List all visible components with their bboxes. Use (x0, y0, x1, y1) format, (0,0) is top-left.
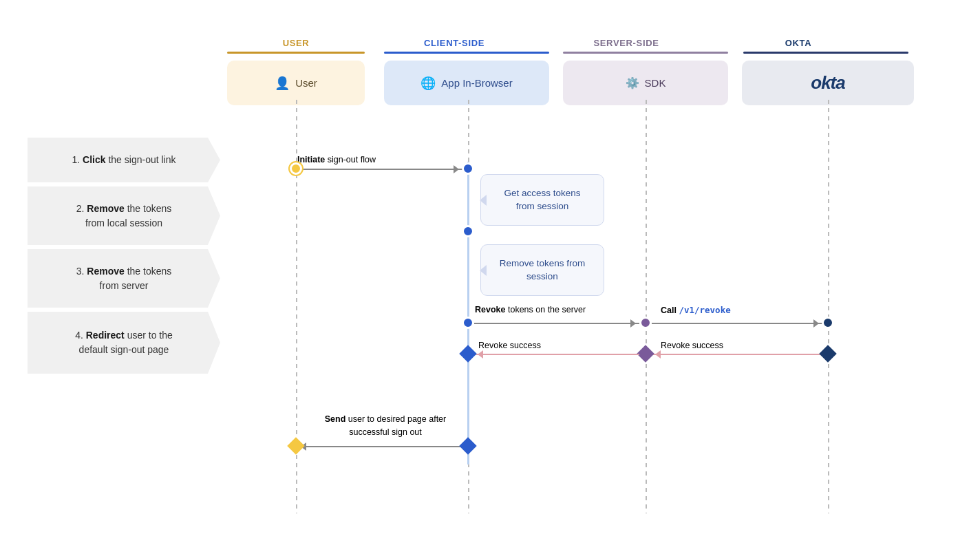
send-user-arrow (297, 446, 462, 447)
okta-actor-label: okta (811, 72, 844, 94)
client-icon: 🌐 (420, 76, 436, 91)
client-initiate-dot (462, 162, 474, 175)
server-actor-box: ⚙️ SDK (563, 61, 728, 105)
client-actor-label: App In-Browser (441, 77, 512, 89)
client-revoke-dot (462, 317, 474, 329)
col-okta-label: OKTA (716, 38, 881, 48)
revoke-success-client-arrow (474, 354, 639, 355)
okta-vline (828, 100, 829, 513)
revoke-success-client-label: Revoke success (478, 341, 541, 350)
user-actor-box: 👤 User (227, 61, 365, 105)
send-user-label: Send user to desired page aftersuccessfu… (303, 413, 468, 439)
client-revoke-diamond (459, 345, 476, 362)
step-4-text: 4. Redirect user to thedefault sign-out … (75, 328, 173, 357)
revoke-success-okta-arrow (652, 354, 822, 355)
client-actor-box: 🌐 App In-Browser (384, 61, 549, 105)
step-2: 2. Remove the tokensfrom local session (28, 186, 220, 245)
remove-tokens-text: Remove tokens fromsession (500, 257, 586, 284)
get-tokens-card: Get access tokensfrom session (480, 174, 604, 226)
client-header-line (384, 52, 549, 54)
initiate-label: Initiate sign-out flow (297, 155, 376, 164)
columns-header: USER CLIENT-SIDE SERVER-SIDE OKTA (227, 38, 957, 48)
server-icon: ⚙️ (626, 76, 639, 89)
client-get-tokens-dot (462, 225, 474, 237)
okta-revoke-diamond (819, 345, 836, 362)
server-revoke-diamond (637, 345, 654, 362)
step-4: 4. Redirect user to thedefault sign-out … (28, 312, 220, 374)
revoke-success-okta-label: Revoke success (661, 341, 723, 350)
server-header-line (563, 52, 728, 54)
revoke-server-arrowhead (630, 319, 640, 328)
server-vline (646, 100, 647, 513)
diagram-container: USER CLIENT-SIDE SERVER-SIDE OKTA 👤 User… (0, 0, 980, 534)
step-3-text: 3. Remove the tokensfrom server (76, 264, 172, 293)
remove-tokens-card: Remove tokens fromsession (480, 244, 604, 296)
get-tokens-text: Get access tokensfrom session (504, 187, 580, 213)
okta-revoke-dot (822, 317, 834, 329)
steps-panel: 1. Click the sign-out link 2. Remove the… (28, 138, 220, 378)
col-user-label: USER (227, 38, 365, 48)
initiate-arrow (297, 169, 462, 170)
step-1: 1. Click the sign-out link (28, 138, 220, 182)
client-send-diamond (459, 437, 476, 454)
step-1-text: 1. Click the sign-out link (72, 153, 176, 167)
call-revoke-arrow (652, 323, 822, 324)
revoke-server-arrow (474, 323, 639, 324)
okta-header-line (743, 52, 908, 54)
server-actor-label: SDK (645, 77, 666, 89)
call-revoke-label: Call /v1/revoke (661, 305, 731, 315)
revoke-server-label: Revoke tokens on the server (475, 305, 586, 314)
col-client-label: CLIENT-SIDE (372, 38, 537, 48)
user-icon: 👤 (275, 76, 290, 91)
col-server-label: SERVER-SIDE (544, 38, 709, 48)
user-actor-label: User (295, 77, 317, 89)
step-2-text: 2. Remove the tokensfrom local session (76, 202, 172, 231)
user-header-line (227, 52, 365, 54)
okta-actor-box: okta (742, 61, 914, 105)
step-3: 3. Remove the tokensfrom server (28, 249, 220, 308)
server-revoke-dot (639, 317, 652, 329)
user-send-diamond (287, 437, 304, 454)
user-initiate-dot (290, 162, 302, 175)
